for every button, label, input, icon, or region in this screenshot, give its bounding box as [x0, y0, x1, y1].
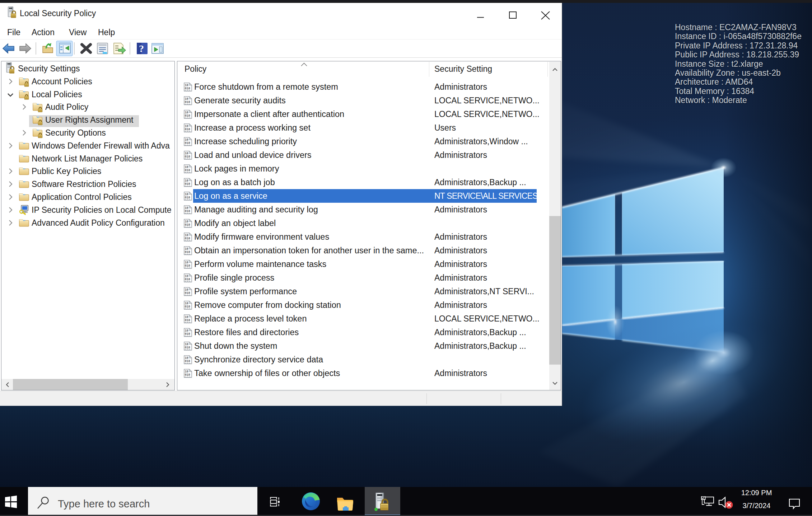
svg-text:?: ?	[139, 43, 144, 54]
